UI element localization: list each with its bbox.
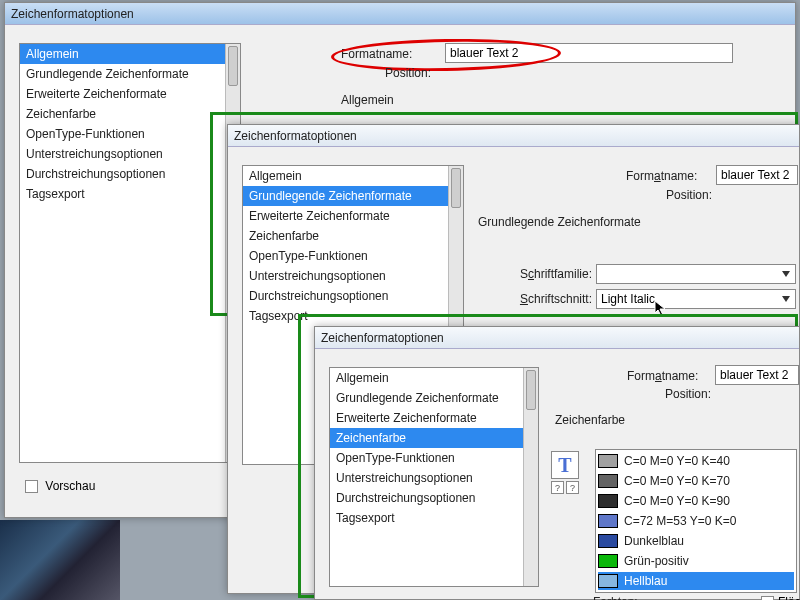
- sidebar-item[interactable]: Grundlegende Zeichenformate: [330, 388, 538, 408]
- dialog-zeichenfarbe: Zeichenformatoptionen AllgemeinGrundlege…: [314, 326, 800, 600]
- schriftfamilie-label: Schriftfamilie:: [510, 267, 592, 281]
- swatch-label: C=72 M=53 Y=0 K=0: [624, 514, 737, 528]
- swatch-label: C=0 M=0 Y=0 K=40: [624, 454, 730, 468]
- cursor-icon: [654, 300, 668, 318]
- sidebar-item[interactable]: Tagsexport: [20, 184, 240, 204]
- sidebar-item[interactable]: Grundlegende Zeichenformate: [20, 64, 240, 84]
- chevron-down-icon: [779, 292, 793, 306]
- sidebar-item[interactable]: Allgemein: [243, 166, 463, 186]
- sidebar-item[interactable]: OpenType-Funktionen: [330, 448, 538, 468]
- chevron-down-icon: [779, 267, 793, 281]
- titlebar: Zeichenformatoptionen: [228, 125, 799, 147]
- sidebar-item[interactable]: Durchstreichungsoptionen: [330, 488, 538, 508]
- sidebar-item[interactable]: Unterstreichungsoptionen: [330, 468, 538, 488]
- sidebar-item[interactable]: Zeichenfarbe: [20, 104, 240, 124]
- swatch-row[interactable]: C=0 M=0 Y=0 K=40: [598, 452, 794, 470]
- section-heading: Zeichenfarbe: [555, 413, 625, 427]
- section-heading: Grundlegende Zeichenformate: [478, 215, 641, 229]
- swatch-label: Grün-positiv: [624, 554, 689, 568]
- swatch-color: [598, 554, 618, 568]
- sidebar-item[interactable]: Allgemein: [330, 368, 538, 388]
- swatch-color: [598, 514, 618, 528]
- formatname-input[interactable]: blauer Text 2: [716, 165, 798, 185]
- dialog-title: Zeichenformatoptionen: [321, 331, 444, 345]
- swatch-row[interactable]: Dunkelblau: [598, 532, 794, 550]
- sidebar-item[interactable]: Zeichenfarbe: [330, 428, 538, 448]
- section-heading: Allgemein: [341, 93, 394, 107]
- formatname-label: Formatname:: [626, 169, 697, 183]
- background-photo: [0, 520, 120, 600]
- sidebar-item[interactable]: Erweiterte Zeichenformate: [330, 408, 538, 428]
- sidebar-item[interactable]: Unterstreichungsoptionen: [20, 144, 240, 164]
- swatch-label: C=0 M=0 Y=0 K=90: [624, 494, 730, 508]
- scrollbar[interactable]: [523, 368, 538, 586]
- swatch-row[interactable]: C=0 M=0 Y=0 K=90: [598, 492, 794, 510]
- farbton-label: Farbton:: [593, 595, 638, 600]
- preview-checkbox-row[interactable]: Vorschau: [25, 479, 95, 493]
- swatch-color: [598, 454, 618, 468]
- sidebar[interactable]: AllgemeinGrundlegende ZeichenformateErwe…: [329, 367, 539, 587]
- default-icon[interactable]: ?: [566, 481, 579, 494]
- swatch-row[interactable]: Grün-positiv: [598, 552, 794, 570]
- swatch-color: [598, 494, 618, 508]
- position-label: Position:: [385, 66, 431, 80]
- dialog-title: Zeichenformatoptionen: [234, 129, 357, 143]
- sidebar-item[interactable]: Grundlegende Zeichenformate: [243, 186, 463, 206]
- schriftfamilie-combo[interactable]: [596, 264, 796, 284]
- swatch-label: Dunkelblau: [624, 534, 684, 548]
- swatch-row[interactable]: Hellblau: [598, 572, 794, 590]
- swatch-list[interactable]: C=0 M=0 Y=0 K=40C=0 M=0 Y=0 K=70C=0 M=0 …: [595, 449, 797, 593]
- annotation-red-ellipse: [331, 37, 562, 73]
- sidebar-item[interactable]: Erweiterte Zeichenformate: [20, 84, 240, 104]
- flaeche-label: Fläch: [778, 595, 800, 600]
- fill-stroke-toggle[interactable]: T ? ?: [551, 451, 579, 494]
- swatch-color: [598, 534, 618, 548]
- swatch-color: [598, 474, 618, 488]
- titlebar: Zeichenformatoptionen: [315, 327, 799, 349]
- sidebar-item[interactable]: Tagsexport: [243, 306, 463, 326]
- sidebar-item[interactable]: OpenType-Funktionen: [243, 246, 463, 266]
- preview-checkbox[interactable]: [25, 480, 38, 493]
- sidebar-item[interactable]: OpenType-Funktionen: [20, 124, 240, 144]
- swatch-label: Hellblau: [624, 574, 667, 588]
- position-label: Position:: [665, 387, 711, 401]
- formatname-label: Formatname:: [627, 369, 698, 383]
- swatch-label: C=0 M=0 Y=0 K=70: [624, 474, 730, 488]
- sidebar-item[interactable]: Erweiterte Zeichenformate: [243, 206, 463, 226]
- schriftschnitt-combo[interactable]: Light Italic: [596, 289, 796, 309]
- sidebar-item[interactable]: Durchstreichungsoptionen: [20, 164, 240, 184]
- flaeche-checkbox-row[interactable]: Fläch: [761, 595, 800, 600]
- formatname-input[interactable]: blauer Text 2: [715, 365, 799, 385]
- sidebar-item[interactable]: Tagsexport: [330, 508, 538, 528]
- swatch-row[interactable]: C=0 M=0 Y=0 K=70: [598, 472, 794, 490]
- schriftschnitt-label: Schriftschnitt:: [510, 292, 592, 306]
- sidebar[interactable]: AllgemeinGrundlegende ZeichenformateErwe…: [19, 43, 241, 463]
- swatch-row[interactable]: C=72 M=53 Y=0 K=0: [598, 512, 794, 530]
- position-label: Position:: [666, 188, 712, 202]
- preview-label: Vorschau: [45, 479, 95, 493]
- dialog-title: Zeichenformatoptionen: [11, 7, 134, 21]
- swatch-color: [598, 574, 618, 588]
- swap-icon[interactable]: ?: [551, 481, 564, 494]
- sidebar-item[interactable]: Unterstreichungsoptionen: [243, 266, 463, 286]
- sidebar-item[interactable]: Zeichenfarbe: [243, 226, 463, 246]
- text-fill-icon[interactable]: T: [551, 451, 579, 479]
- titlebar: Zeichenformatoptionen: [5, 3, 795, 25]
- sidebar-item[interactable]: Allgemein: [20, 44, 240, 64]
- flaeche-checkbox[interactable]: [761, 596, 774, 601]
- sidebar-item[interactable]: Durchstreichungsoptionen: [243, 286, 463, 306]
